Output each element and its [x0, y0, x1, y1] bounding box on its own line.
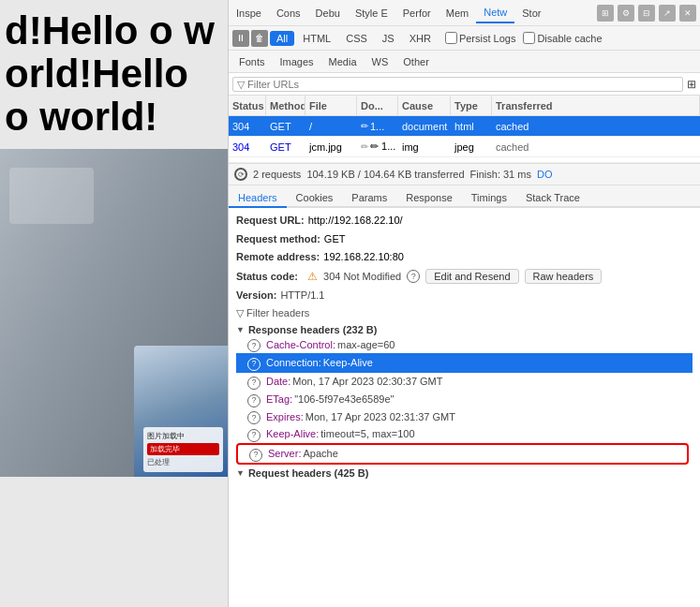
version-value: HTTP/1.1	[280, 288, 324, 304]
th-method: Method	[266, 96, 305, 115]
sub-filter-images[interactable]: Images	[274, 55, 320, 68]
top-tab-memory[interactable]: Mem	[439, 4, 476, 22]
detail-tab-timings[interactable]: Timings	[462, 189, 516, 208]
th-status: Status	[229, 96, 266, 115]
status-bar: ⟳ 2 requests 104.19 KB / 104.64 KB trans…	[229, 163, 700, 185]
request-method-value: GET	[324, 231, 346, 248]
status-help-icon[interactable]: ?	[407, 270, 420, 283]
header-help-icon[interactable]: ?	[247, 358, 261, 371]
split-icon[interactable]: ⊟	[638, 5, 655, 22]
header-help-icon[interactable]: ?	[249, 449, 262, 462]
extra-stat: DO	[537, 169, 553, 180]
filter-tab-xhr[interactable]: XHR	[403, 31, 438, 46]
td-method: GET	[266, 116, 305, 136]
top-tab-style-editor[interactable]: Style E	[348, 4, 395, 22]
reload-icon: ⟳	[234, 168, 247, 181]
header-help-icon[interactable]: ?	[247, 394, 261, 407]
table-row[interactable]: 304 GET / ✏ 1... document html cached	[229, 116, 700, 137]
header-item-keepalive: ? Keep-Alive: timeout=5, max=100	[236, 425, 693, 443]
th-transferred: Transferred	[492, 96, 700, 115]
header-item-connection[interactable]: ? Connection: Keep-Alive	[236, 353, 693, 373]
table-header: Status Method File Do... Cause Type Tran…	[229, 96, 700, 116]
filter-headers-row: ▽ Filter headers	[236, 305, 693, 321]
finish-time: Finish: 31 ms	[470, 169, 531, 180]
detail-tab-cookies[interactable]: Cookies	[287, 189, 343, 208]
devtools-icons: ⊞ ⚙ ⊟ ↗ ✕	[597, 5, 700, 22]
responsive-icon[interactable]: ⊞	[597, 5, 614, 22]
header-help-icon[interactable]: ?	[247, 429, 261, 442]
persist-logs-label[interactable]: Persist Logs	[445, 32, 516, 44]
td-file: jcm.jpg	[305, 137, 357, 156]
detail-tabs: Headers Cookies Params Response Timings …	[229, 185, 700, 208]
left-panel: d!Hello o world!Hello o world! 图片加载中 加载完…	[0, 0, 228, 607]
request-url-row: Request URL: http://192.168.22.10/	[236, 212, 693, 230]
header-item-etag: ? ETag: "106-5f97e43e6589e"	[236, 391, 693, 408]
left-image: 图片加载中 加载完毕 已处理	[0, 149, 228, 477]
td-status: 304	[229, 116, 266, 136]
header-help-icon[interactable]: ?	[247, 377, 261, 390]
requests-count: 2 requests	[253, 169, 301, 180]
table-row[interactable]: 304 GET jcm.jpg ✏ ✏ 1... img jpeg cached	[229, 137, 700, 157]
response-headers-label: Response headers (232 B)	[248, 324, 378, 335]
top-tab-debugger[interactable]: Debu	[308, 4, 348, 22]
td-domain: ✏ 1...	[357, 116, 398, 136]
detail-tab-headers[interactable]: Headers	[229, 189, 287, 208]
remote-address-row: Remote address: 192.168.22.10:80	[236, 248, 693, 267]
sub-filter-fonts[interactable]: Fonts	[232, 55, 272, 68]
close-icon[interactable]: ✕	[679, 5, 696, 22]
top-tab-network[interactable]: Netw	[476, 3, 514, 23]
td-file: /	[305, 116, 357, 136]
filter-options-icon[interactable]: ⊞	[687, 78, 696, 91]
top-tab-storage[interactable]: Stor	[514, 4, 548, 22]
header-val: timeout=5, max=100	[320, 426, 414, 442]
url-filter-input[interactable]	[232, 77, 683, 92]
request-url-label: Request URL:	[236, 213, 305, 229]
sub-filter-ws[interactable]: WS	[365, 55, 395, 68]
th-cause: Cause	[398, 96, 451, 115]
td-domain: ✏ ✏ 1...	[357, 137, 398, 156]
disable-cache-label[interactable]: Disable cache	[523, 32, 602, 44]
top-tab-inspect[interactable]: Inspe	[229, 4, 269, 22]
version-label: Version:	[236, 288, 276, 304]
header-key: Server:	[268, 446, 301, 462]
settings-icon[interactable]: ⚙	[618, 5, 634, 22]
sub-filter-media[interactable]: Media	[322, 55, 364, 68]
raw-headers-button[interactable]: Raw headers	[525, 269, 603, 284]
section-tri: ▼	[236, 468, 245, 478]
detail-tab-response[interactable]: Response	[396, 189, 462, 208]
filter-tab-js[interactable]: JS	[376, 31, 401, 46]
pause-icon[interactable]: ⏸	[232, 30, 249, 47]
header-item-expires: ? Expires: Mon, 17 Apr 2023 02:31:37 GMT	[236, 408, 693, 426]
header-key: Expires:	[266, 409, 304, 425]
header-key: Keep-Alive:	[266, 426, 319, 442]
td-cause: img	[398, 137, 451, 156]
remote-address-label: Remote address:	[236, 249, 320, 266]
td-transferred: cached	[492, 116, 700, 136]
td-type: jpeg	[451, 137, 492, 156]
devtools-panel: Inspe Cons Debu Style E Perfor Mem Netw …	[228, 0, 700, 607]
filter-tab-css[interactable]: CSS	[339, 31, 374, 46]
sub-filter-other[interactable]: Other	[396, 55, 436, 68]
disable-cache-checkbox[interactable]	[523, 32, 535, 44]
version-row: Version: HTTP/1.1	[236, 287, 693, 305]
persist-logs-checkbox[interactable]	[445, 32, 457, 44]
header-item-cache-control: ? Cache-Control: max-age=60	[236, 336, 693, 354]
detail-tab-params[interactable]: Params	[342, 189, 396, 208]
request-method-label: Request method:	[236, 231, 320, 248]
filter-tab-all[interactable]: All	[270, 31, 294, 46]
top-tab-console[interactable]: Cons	[269, 4, 308, 22]
filter-tab-html[interactable]: HTML	[296, 31, 337, 46]
top-tab-performance[interactable]: Perfor	[395, 4, 439, 22]
undock-icon[interactable]: ↗	[659, 5, 676, 22]
edit-resend-button[interactable]: Edit and Resend	[425, 269, 518, 284]
header-item-date: ? Date: Mon, 17 Apr 2023 02:30:37 GMT	[236, 373, 693, 391]
status-warning-icon: ⚠	[307, 268, 318, 286]
kb-transferred: 104.19 KB / 104.64 KB transferred	[306, 169, 464, 180]
header-help-icon[interactable]: ?	[247, 411, 261, 424]
header-val: Keep-Alive	[323, 355, 373, 371]
image-box: 图片加载中 加载完毕 已处理	[143, 427, 223, 472]
clear-icon[interactable]: 🗑	[251, 30, 268, 47]
detail-tab-stack-trace[interactable]: Stack Trace	[516, 189, 589, 208]
filter-headers-label: ▽ Filter headers	[236, 307, 309, 319]
header-help-icon[interactable]: ?	[247, 339, 261, 352]
